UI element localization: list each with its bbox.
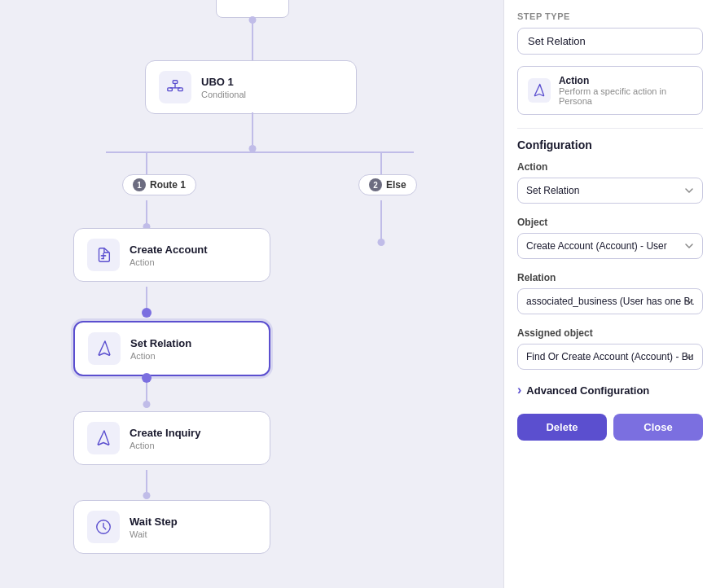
action-select[interactable]: Set Relation	[517, 178, 703, 204]
action-card-desc: Perform a specific action in Persona	[559, 86, 692, 106]
step-type-section-title: Step Type	[517, 11, 703, 21]
route-line	[106, 151, 414, 153]
set-relation-label: Set Relation	[130, 337, 191, 349]
relation-select[interactable]: associated_business (User has one Busine…	[517, 288, 703, 314]
create-inquiry-icon	[87, 422, 120, 454]
route1-num: 1	[133, 178, 146, 191]
assigned-object-select[interactable]: Find Or Create Account (Account) - Busin…	[517, 344, 703, 370]
else-badge[interactable]: 2 Else	[358, 174, 417, 195]
flow-canvas[interactable]: UBO 1 Conditional 1 Route 1 2 Else	[0, 0, 503, 588]
connector-line-9	[146, 470, 147, 493]
svg-rect-0	[173, 81, 178, 84]
connector-dot-5	[142, 308, 152, 318]
object-config: Object Create Account (Account) - User	[517, 217, 703, 259]
create-inquiry-label: Create Inquiry	[130, 427, 200, 439]
create-account-label: Create Account	[130, 244, 208, 256]
action-label: Action	[517, 161, 703, 173]
object-label: Object	[517, 217, 703, 228]
partial-top-node	[216, 0, 289, 18]
set-relation-sublabel: Action	[130, 351, 191, 361]
connector-line-5	[146, 200, 147, 225]
create-inquiry-sublabel: Action	[130, 441, 200, 450]
divider-1	[517, 128, 703, 129]
wait-step-node[interactable]: Wait Step Wait	[73, 500, 270, 554]
connector-dot-active	[142, 373, 152, 383]
action-config: Action Set Relation	[517, 161, 703, 204]
connector-dot-7	[143, 492, 151, 499]
wait-step-label: Wait Step	[130, 516, 178, 528]
action-card-icon	[528, 78, 551, 103]
else-label: Else	[386, 179, 406, 191]
advanced-config-toggle[interactable]: › Advanced Configuration	[517, 383, 703, 397]
ubo-sublabel: Conditional	[201, 90, 246, 99]
create-account-sublabel: Action	[130, 257, 208, 267]
action-card-title: Action	[559, 75, 692, 86]
relation-label: Relation	[517, 272, 703, 283]
set-relation-node[interactable]: Set Relation Action	[73, 321, 270, 376]
ubo-node[interactable]: UBO 1 Conditional	[145, 60, 357, 114]
close-button[interactable]: Close	[613, 414, 703, 441]
wait-step-sublabel: Wait	[130, 529, 178, 539]
chevron-right-icon: ›	[517, 383, 521, 397]
assigned-object-config: Assigned object Find Or Create Account (…	[517, 327, 703, 370]
create-account-icon	[87, 239, 120, 271]
step-type-input[interactable]	[517, 28, 703, 55]
connector-dot	[249, 16, 257, 24]
wait-step-icon	[87, 511, 120, 543]
action-card[interactable]: Action Perform a specific action in Pers…	[517, 66, 703, 115]
ubo-label: UBO 1	[201, 76, 246, 88]
connector-dot-4	[378, 239, 385, 246]
ubo-icon	[159, 71, 191, 103]
object-select[interactable]: Create Account (Account) - User	[517, 233, 703, 259]
connector-line	[252, 18, 253, 60]
action-buttons: Delete Close	[517, 414, 703, 441]
connector-line-3	[146, 151, 147, 174]
connector-line-2	[252, 112, 253, 145]
set-relation-icon	[88, 332, 121, 365]
relation-config: Relation associated_business (User has o…	[517, 272, 703, 314]
connector-line-7	[146, 287, 147, 309]
config-title: Configuration	[517, 138, 703, 151]
delete-button[interactable]: Delete	[517, 414, 607, 441]
connector-line-8	[146, 380, 147, 402]
assigned-object-label: Assigned object	[517, 327, 703, 339]
else-num: 2	[369, 178, 382, 191]
side-panel: Step Type Action Perform a specific acti…	[503, 0, 716, 588]
route1-label: Route 1	[150, 179, 186, 191]
connector-dot-6	[143, 401, 151, 408]
route1-badge[interactable]: 1 Route 1	[122, 174, 196, 195]
create-inquiry-node[interactable]: Create Inquiry Action	[73, 411, 270, 465]
advanced-config-label: Advanced Configuration	[526, 384, 649, 397]
create-account-node[interactable]: Create Account Action	[73, 228, 270, 282]
connector-line-4	[380, 151, 382, 174]
connector-line-6	[380, 200, 382, 239]
